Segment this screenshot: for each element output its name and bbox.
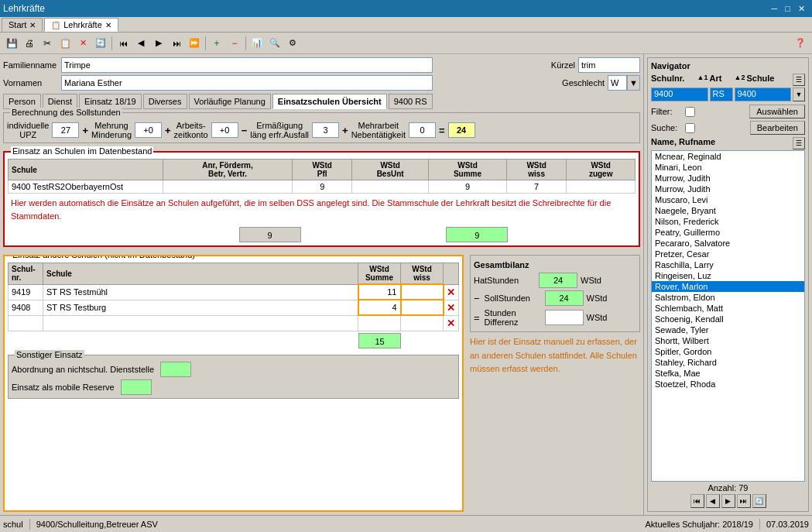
at-del-1[interactable]: ✕ xyxy=(444,284,459,300)
vornamen-input[interactable] xyxy=(61,75,433,91)
name-item-rover[interactable]: Rover, Marlon xyxy=(652,281,804,292)
abordnung-box xyxy=(160,362,191,377)
at-wiss-2[interactable] xyxy=(401,300,444,315)
maximize-btn[interactable]: □ xyxy=(781,4,794,13)
print-btn[interactable]: 🖨 xyxy=(21,35,38,52)
name-item-salstrom[interactable]: Salstrom, Eldon xyxy=(652,292,804,303)
add-btn[interactable]: + xyxy=(208,35,225,52)
name-item-peatry[interactable]: Peatry, Guillermo xyxy=(652,227,804,238)
mehrarbeit-input[interactable] xyxy=(409,122,436,138)
tab-diverses[interactable]: Diverses xyxy=(143,94,187,109)
geschlecht-input[interactable] xyxy=(608,75,627,91)
name-menu-btn[interactable]: ☰ xyxy=(793,137,805,149)
delete-row2-btn[interactable]: ✕ xyxy=(447,302,455,314)
andere-row-empty[interactable]: ✕ xyxy=(9,315,459,331)
tab-9400rs[interactable]: 9400 RS xyxy=(389,94,433,109)
name-item-ringeisen[interactable]: Ringeisen, Luz xyxy=(652,270,804,281)
name-list[interactable]: Mcnear, Reginald Minari, Leon Murrow, Ju… xyxy=(651,150,805,482)
name-item-murrow1[interactable]: Murrow, Judith xyxy=(652,173,804,184)
tab-person[interactable]: Person xyxy=(3,94,41,109)
name-item-stahley[interactable]: Stahley, Richard xyxy=(652,357,804,368)
filter-checkbox[interactable] xyxy=(685,107,695,117)
gesamtbilanz-info: Hier ist der Einsatz manuell zu erfassen… xyxy=(470,335,640,376)
delete-empty-btn[interactable]: ✕ xyxy=(447,317,455,329)
nav-menu-btn[interactable]: ☰ xyxy=(793,74,805,86)
nav-schule[interactable]: 9400 xyxy=(735,88,792,101)
einsatz-row-1[interactable]: 9400 TestRS2OberbayernOst 9 9 7 xyxy=(9,180,636,194)
tab-vorlaeufige[interactable]: Vorläufige Planung xyxy=(189,94,271,109)
tab-lehrkraefte[interactable]: 📋 Lehrkräfte ✕ xyxy=(44,18,118,32)
nav-col3-arrow: ▲2 xyxy=(735,74,745,86)
nav-scroll-btn[interactable]: ▼ xyxy=(793,88,805,101)
nav-last-btn[interactable]: ⏭ xyxy=(737,494,751,508)
nav-refresh-btn[interactable]: 🔄 xyxy=(752,494,766,508)
bearbeiten-btn[interactable]: Bearbeiten xyxy=(750,121,805,135)
search-btn[interactable]: 🔍 xyxy=(266,35,283,52)
name-item-naegele[interactable]: Naegele, Bryant xyxy=(652,205,804,216)
nav-art[interactable]: RS xyxy=(710,88,733,101)
tab-start[interactable]: Start ✕ xyxy=(2,18,43,32)
at-summe-2[interactable]: 4 xyxy=(358,300,401,315)
auswaehlen-btn[interactable]: Auswählen xyxy=(749,105,805,118)
tab-einsatz[interactable]: Einsatz 18/19 xyxy=(79,94,142,109)
tab-einsatzschulen[interactable]: Einsatzschulen Übersicht xyxy=(272,94,387,109)
cut-btn[interactable]: ✂ xyxy=(39,35,56,52)
ind-upz-input[interactable] xyxy=(52,122,79,138)
name-item-spitler[interactable]: Spitler, Gordon xyxy=(652,346,804,357)
delete-row1-btn[interactable]: ✕ xyxy=(447,287,455,298)
name-item-minari[interactable]: Minari, Leon xyxy=(652,162,804,173)
save-btn[interactable]: 💾 xyxy=(3,35,20,52)
andere-row-2[interactable]: 9408 ST RS Testburg 4 ✕ xyxy=(9,300,459,315)
nav-prev-btn[interactable]: ◀ xyxy=(706,494,720,508)
name-item-stoetzel[interactable]: Stoetzel, Rhoda xyxy=(652,379,804,390)
name-item-mcnear[interactable]: Mcnear, Reginald xyxy=(652,151,804,162)
at-del-empty[interactable]: ✕ xyxy=(444,315,459,331)
tab-lehrkraefte-close[interactable]: ✕ xyxy=(105,21,111,29)
copy-btn[interactable]: 📋 xyxy=(57,35,74,52)
tab-start-close[interactable]: ✕ xyxy=(29,21,36,29)
mehrung-input[interactable] xyxy=(135,122,162,138)
tab-dienst[interactable]: Dienst xyxy=(43,94,77,109)
help-btn[interactable]: ❓ xyxy=(792,35,809,52)
first-btn[interactable]: ⏮ xyxy=(115,35,132,52)
name-item-schoenig[interactable]: Schoenig, Kendall xyxy=(652,314,804,324)
arbeit-input[interactable] xyxy=(211,122,238,138)
name-item-muscaro[interactable]: Muscaro, Levi xyxy=(652,194,804,205)
remove-btn[interactable]: − xyxy=(226,35,243,52)
nav-schulnr[interactable]: 9400 xyxy=(651,88,708,101)
nav-next-btn[interactable]: ▶ xyxy=(721,494,735,508)
fast-fwd-btn[interactable]: ⏩ xyxy=(186,35,203,52)
minimize-btn[interactable]: ─ xyxy=(768,4,782,13)
delete-record-btn[interactable]: ✕ xyxy=(74,35,91,52)
refresh-btn[interactable]: 🔄 xyxy=(92,35,109,52)
last-btn[interactable]: ⏭ xyxy=(168,35,185,52)
at-wiss-1[interactable] xyxy=(401,284,444,300)
andere-row-1[interactable]: 9419 ST RS Testmühl 11 ✕ xyxy=(9,284,459,300)
name-item-pretzer[interactable]: Pretzer, Cesar xyxy=(652,249,804,259)
name-item-raschilla[interactable]: Raschilla, Larry xyxy=(652,259,804,270)
settings-btn[interactable]: ⚙ xyxy=(284,35,301,52)
close-btn[interactable]: ✕ xyxy=(794,4,809,14)
name-item-nilson[interactable]: Nilson, Frederick xyxy=(652,216,804,227)
name-item-shortt[interactable]: Shortt, Wilbert xyxy=(652,335,804,346)
name-item-stefka[interactable]: Stefka, Mae xyxy=(652,368,804,379)
ermaess-input[interactable] xyxy=(312,122,339,138)
at-summe-1[interactable]: 11 xyxy=(358,284,401,300)
name-item-sewade[interactable]: Sewade, Tyler xyxy=(652,324,804,335)
chart-btn[interactable]: 📊 xyxy=(248,35,266,52)
name-item-pecararo[interactable]: Pecararo, Salvatore xyxy=(652,238,804,249)
gesamtbilanz-title: Gesamtbilanz xyxy=(474,260,636,269)
gb-hat-label: HatStunden xyxy=(474,276,536,285)
familienname-input[interactable] xyxy=(61,57,433,73)
suche-checkbox[interactable] xyxy=(685,123,695,133)
andere-summary: 15 xyxy=(358,333,401,348)
name-item-murrow2[interactable]: Murrow, Judith xyxy=(652,184,804,194)
at-del-2[interactable]: ✕ xyxy=(444,300,459,315)
kuerzel-input[interactable] xyxy=(578,57,640,73)
next-btn[interactable]: ▶ xyxy=(150,35,167,52)
name-item-schlembach[interactable]: Schlembach, Matt xyxy=(652,303,804,314)
at-schule-2: ST RS Testburg xyxy=(43,300,358,315)
prev-btn[interactable]: ◀ xyxy=(132,35,149,52)
geschlecht-dropdown[interactable]: ▼ xyxy=(627,75,640,91)
nav-first-btn[interactable]: ⏮ xyxy=(690,494,704,508)
